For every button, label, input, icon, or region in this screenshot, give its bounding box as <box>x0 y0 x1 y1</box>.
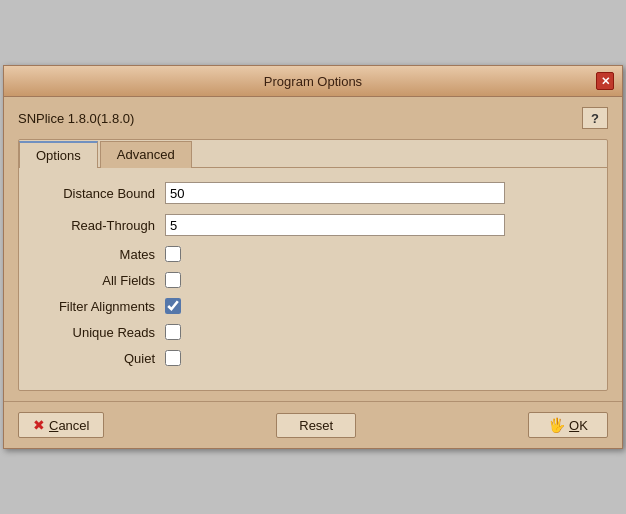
ok-button[interactable]: 🖐 OK <box>528 412 608 438</box>
all-fields-label: All Fields <box>35 273 165 288</box>
quiet-checkbox[interactable] <box>165 350 181 366</box>
all-fields-row: All Fields <box>35 272 591 288</box>
read-through-row: Read-Through <box>35 214 591 236</box>
cancel-label: Cancel <box>49 418 89 433</box>
tab-content-options: Distance Bound Read-Through Mates All Fi… <box>19 168 607 390</box>
help-button[interactable]: ? <box>582 107 608 129</box>
footer: ✖ Cancel Reset 🖐 OK <box>4 401 622 448</box>
quiet-label: Quiet <box>35 351 165 366</box>
cancel-icon: ✖ <box>33 417 45 433</box>
quiet-row: Quiet <box>35 350 591 366</box>
tab-bar: Options Advanced <box>19 140 607 168</box>
reset-label: Reset <box>299 418 333 433</box>
ok-icon: 🖐 <box>548 417 565 433</box>
filter-alignments-row: Filter Alignments <box>35 298 591 314</box>
cancel-button[interactable]: ✖ Cancel <box>18 412 104 438</box>
distance-bound-input[interactable] <box>165 182 505 204</box>
unique-reads-checkbox[interactable] <box>165 324 181 340</box>
read-through-label: Read-Through <box>35 218 165 233</box>
tab-options[interactable]: Options <box>19 141 98 168</box>
unique-reads-label: Unique Reads <box>35 325 165 340</box>
tab-advanced[interactable]: Advanced <box>100 141 192 168</box>
close-button[interactable]: ✕ <box>596 72 614 90</box>
mates-checkbox[interactable] <box>165 246 181 262</box>
distance-bound-label: Distance Bound <box>35 186 165 201</box>
distance-bound-row: Distance Bound <box>35 182 591 204</box>
filter-alignments-checkbox[interactable] <box>165 298 181 314</box>
mates-row: Mates <box>35 246 591 262</box>
filter-alignments-label: Filter Alignments <box>35 299 165 314</box>
title-bar: Program Options ✕ <box>4 66 622 97</box>
window-title: Program Options <box>30 74 596 89</box>
version-row: SNPlice 1.8.0(1.8.0) ? <box>18 107 608 129</box>
tab-container: Options Advanced Distance Bound Read-Thr… <box>18 139 608 391</box>
all-fields-checkbox[interactable] <box>165 272 181 288</box>
ok-label: OK <box>569 418 588 433</box>
window-body: SNPlice 1.8.0(1.8.0) ? Options Advanced … <box>4 97 622 401</box>
reset-button[interactable]: Reset <box>276 413 356 438</box>
unique-reads-row: Unique Reads <box>35 324 591 340</box>
program-options-window: Program Options ✕ SNPlice 1.8.0(1.8.0) ?… <box>3 65 623 449</box>
version-label: SNPlice 1.8.0(1.8.0) <box>18 111 134 126</box>
mates-label: Mates <box>35 247 165 262</box>
read-through-input[interactable] <box>165 214 505 236</box>
